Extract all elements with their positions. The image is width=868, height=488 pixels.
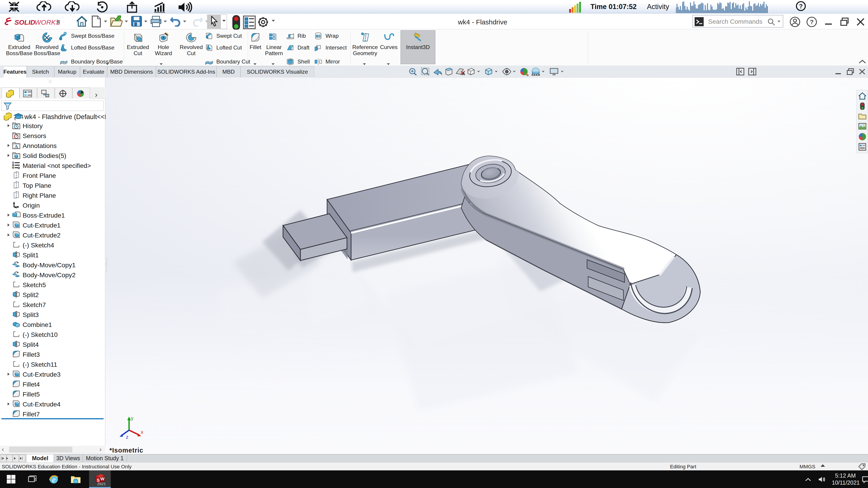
svg-text:?: ? [799, 3, 803, 10]
svg-text:y: y [131, 415, 133, 421]
svg-text:WORKS: WORKS [35, 19, 60, 26]
svg-text:?: ? [810, 19, 813, 26]
svg-text:x: x [141, 429, 143, 435]
svg-text:A: A [14, 144, 18, 149]
svg-text:SOLID: SOLID [14, 19, 35, 26]
svg-text:A: A [462, 72, 465, 76]
svg-text:z: z [126, 434, 128, 440]
svg-text:W: W [100, 477, 104, 481]
svg-text:2021: 2021 [97, 482, 106, 486]
